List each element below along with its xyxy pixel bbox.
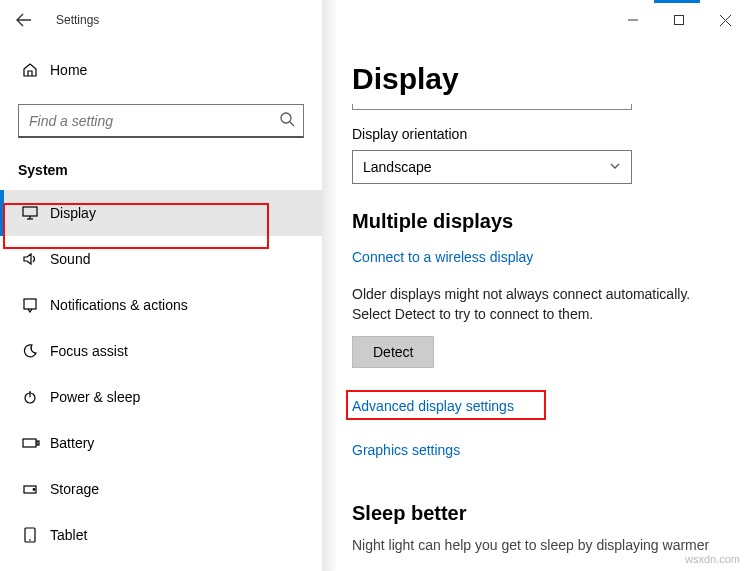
window-title: Settings bbox=[48, 13, 99, 27]
sidebar-item-battery[interactable]: Battery bbox=[0, 420, 322, 466]
sidebar-item-label: Sound bbox=[50, 251, 90, 267]
divider-line bbox=[352, 104, 632, 110]
close-icon bbox=[720, 15, 731, 26]
sidebar-item-label: Storage bbox=[50, 481, 99, 497]
svg-rect-12 bbox=[23, 439, 36, 447]
back-button[interactable] bbox=[0, 0, 48, 40]
multiple-displays-heading: Multiple displays bbox=[352, 210, 718, 233]
page-title: Display bbox=[352, 62, 718, 96]
tablet-icon bbox=[22, 527, 50, 543]
svg-rect-6 bbox=[23, 207, 37, 216]
sidebar-item-sound[interactable]: Sound bbox=[0, 236, 322, 282]
arrow-left-icon bbox=[16, 12, 32, 28]
speaker-icon bbox=[22, 251, 50, 267]
sidebar-item-storage[interactable]: Storage bbox=[0, 466, 322, 512]
sidebar-item-label: Battery bbox=[50, 435, 94, 451]
sidebar-item-notifications[interactable]: Notifications & actions bbox=[0, 282, 322, 328]
detect-button[interactable]: Detect bbox=[352, 336, 434, 368]
svg-rect-1 bbox=[675, 16, 684, 25]
battery-icon bbox=[22, 437, 50, 449]
storage-icon bbox=[22, 481, 50, 497]
watermark: wsxdn.com bbox=[685, 553, 740, 565]
sidebar-item-label: Notifications & actions bbox=[50, 297, 188, 313]
sidebar-item-label: Display bbox=[50, 205, 96, 221]
chevron-down-icon bbox=[609, 159, 621, 175]
sidebar: Home System Display bbox=[0, 40, 322, 571]
sidebar-item-tablet[interactable]: Tablet bbox=[0, 512, 322, 558]
maximize-icon bbox=[674, 15, 684, 25]
sidebar-item-power-sleep[interactable]: Power & sleep bbox=[0, 374, 322, 420]
sidebar-item-label: Power & sleep bbox=[50, 389, 140, 405]
orientation-label: Display orientation bbox=[352, 126, 718, 142]
sidebar-item-label: Tablet bbox=[50, 527, 87, 543]
power-icon bbox=[22, 389, 50, 405]
search-input[interactable] bbox=[27, 112, 279, 130]
detect-help-text: Older displays might not always connect … bbox=[352, 285, 718, 324]
category-label: System bbox=[0, 148, 322, 190]
svg-point-15 bbox=[33, 489, 35, 491]
monitor-icon bbox=[22, 205, 50, 221]
nav-list: Display Sound Notifications & actions bbox=[0, 190, 322, 558]
minimize-icon bbox=[628, 15, 638, 25]
minimize-button[interactable] bbox=[610, 0, 656, 40]
moon-icon bbox=[22, 343, 50, 359]
orientation-value: Landscape bbox=[363, 159, 609, 175]
notification-icon bbox=[22, 297, 50, 313]
detect-button-label: Detect bbox=[373, 344, 413, 360]
orientation-combobox[interactable]: Landscape bbox=[352, 150, 632, 184]
home-icon bbox=[22, 62, 50, 78]
search-icon bbox=[279, 111, 295, 130]
svg-line-5 bbox=[290, 122, 294, 126]
titlebar: Settings bbox=[0, 0, 748, 40]
svg-rect-9 bbox=[24, 299, 36, 309]
window-accent bbox=[654, 0, 700, 3]
sidebar-item-label: Focus assist bbox=[50, 343, 128, 359]
sidebar-item-display[interactable]: Display bbox=[0, 190, 322, 236]
sleep-text: Night light can help you get to sleep by… bbox=[352, 537, 718, 553]
main-panel: Display Display orientation Landscape Mu… bbox=[322, 40, 748, 571]
maximize-button[interactable] bbox=[656, 0, 702, 40]
connect-wireless-link[interactable]: Connect to a wireless display bbox=[352, 249, 533, 265]
advanced-display-link[interactable]: Advanced display settings bbox=[352, 398, 514, 414]
close-button[interactable] bbox=[702, 0, 748, 40]
home-label: Home bbox=[50, 62, 87, 78]
graphics-settings-link[interactable]: Graphics settings bbox=[352, 442, 460, 458]
sleep-better-heading: Sleep better bbox=[352, 502, 718, 525]
svg-point-4 bbox=[281, 113, 291, 123]
search-input-wrapper[interactable] bbox=[18, 104, 304, 138]
svg-rect-13 bbox=[37, 441, 39, 445]
home-button[interactable]: Home bbox=[0, 50, 322, 90]
sidebar-item-focus-assist[interactable]: Focus assist bbox=[0, 328, 322, 374]
